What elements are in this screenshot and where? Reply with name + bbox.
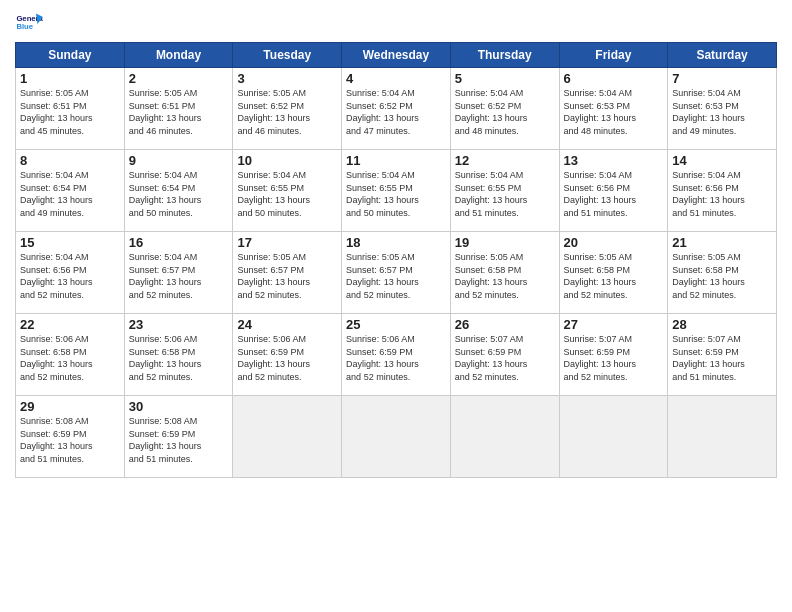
cell-info-text: Sunrise: 5:08 AMSunset: 6:59 PMDaylight:… — [20, 415, 120, 465]
day-number: 20 — [564, 235, 664, 250]
cell-info-text: Sunrise: 5:04 AMSunset: 6:56 PMDaylight:… — [672, 169, 772, 219]
calendar-cell-day-18: 18Sunrise: 5:05 AMSunset: 6:57 PMDayligh… — [342, 232, 451, 314]
cell-info-text: Sunrise: 5:04 AMSunset: 6:55 PMDaylight:… — [346, 169, 446, 219]
cell-info-text: Sunrise: 5:05 AMSunset: 6:58 PMDaylight:… — [672, 251, 772, 301]
calendar-cell-day-12: 12Sunrise: 5:04 AMSunset: 6:55 PMDayligh… — [450, 150, 559, 232]
cell-info-text: Sunrise: 5:04 AMSunset: 6:55 PMDaylight:… — [237, 169, 337, 219]
header-friday: Friday — [559, 43, 668, 68]
day-number: 25 — [346, 317, 446, 332]
calendar-cell-day-15: 15Sunrise: 5:04 AMSunset: 6:56 PMDayligh… — [16, 232, 125, 314]
calendar-cell-day-14: 14Sunrise: 5:04 AMSunset: 6:56 PMDayligh… — [668, 150, 777, 232]
calendar-cell-day-5: 5Sunrise: 5:04 AMSunset: 6:52 PMDaylight… — [450, 68, 559, 150]
calendar-header-row: SundayMondayTuesdayWednesdayThursdayFrid… — [16, 43, 777, 68]
day-number: 6 — [564, 71, 664, 86]
calendar-cell-day-28: 28Sunrise: 5:07 AMSunset: 6:59 PMDayligh… — [668, 314, 777, 396]
day-number: 13 — [564, 153, 664, 168]
calendar-cell-day-11: 11Sunrise: 5:04 AMSunset: 6:55 PMDayligh… — [342, 150, 451, 232]
logo: General Blue — [15, 10, 47, 38]
calendar-week-row: 8Sunrise: 5:04 AMSunset: 6:54 PMDaylight… — [16, 150, 777, 232]
calendar-cell-day-7: 7Sunrise: 5:04 AMSunset: 6:53 PMDaylight… — [668, 68, 777, 150]
cell-info-text: Sunrise: 5:04 AMSunset: 6:54 PMDaylight:… — [129, 169, 229, 219]
calendar-cell-empty — [342, 396, 451, 478]
day-number: 14 — [672, 153, 772, 168]
cell-info-text: Sunrise: 5:05 AMSunset: 6:51 PMDaylight:… — [20, 87, 120, 137]
calendar-cell-day-26: 26Sunrise: 5:07 AMSunset: 6:59 PMDayligh… — [450, 314, 559, 396]
calendar-cell-day-17: 17Sunrise: 5:05 AMSunset: 6:57 PMDayligh… — [233, 232, 342, 314]
cell-info-text: Sunrise: 5:07 AMSunset: 6:59 PMDaylight:… — [564, 333, 664, 383]
cell-info-text: Sunrise: 5:04 AMSunset: 6:56 PMDaylight:… — [564, 169, 664, 219]
day-number: 27 — [564, 317, 664, 332]
cell-info-text: Sunrise: 5:04 AMSunset: 6:52 PMDaylight:… — [346, 87, 446, 137]
header-monday: Monday — [124, 43, 233, 68]
day-number: 18 — [346, 235, 446, 250]
calendar-cell-day-6: 6Sunrise: 5:04 AMSunset: 6:53 PMDaylight… — [559, 68, 668, 150]
header-sunday: Sunday — [16, 43, 125, 68]
cell-info-text: Sunrise: 5:06 AMSunset: 6:59 PMDaylight:… — [346, 333, 446, 383]
cell-info-text: Sunrise: 5:06 AMSunset: 6:59 PMDaylight:… — [237, 333, 337, 383]
calendar-cell-day-27: 27Sunrise: 5:07 AMSunset: 6:59 PMDayligh… — [559, 314, 668, 396]
day-number: 26 — [455, 317, 555, 332]
day-number: 19 — [455, 235, 555, 250]
day-number: 21 — [672, 235, 772, 250]
day-number: 15 — [20, 235, 120, 250]
calendar-cell-day-23: 23Sunrise: 5:06 AMSunset: 6:58 PMDayligh… — [124, 314, 233, 396]
cell-info-text: Sunrise: 5:07 AMSunset: 6:59 PMDaylight:… — [672, 333, 772, 383]
calendar-cell-day-1: 1Sunrise: 5:05 AMSunset: 6:51 PMDaylight… — [16, 68, 125, 150]
cell-info-text: Sunrise: 5:04 AMSunset: 6:54 PMDaylight:… — [20, 169, 120, 219]
calendar-cell-day-30: 30Sunrise: 5:08 AMSunset: 6:59 PMDayligh… — [124, 396, 233, 478]
calendar-week-row: 22Sunrise: 5:06 AMSunset: 6:58 PMDayligh… — [16, 314, 777, 396]
calendar-week-row: 1Sunrise: 5:05 AMSunset: 6:51 PMDaylight… — [16, 68, 777, 150]
calendar-week-row: 29Sunrise: 5:08 AMSunset: 6:59 PMDayligh… — [16, 396, 777, 478]
calendar-cell-day-10: 10Sunrise: 5:04 AMSunset: 6:55 PMDayligh… — [233, 150, 342, 232]
cell-info-text: Sunrise: 5:05 AMSunset: 6:57 PMDaylight:… — [346, 251, 446, 301]
cell-info-text: Sunrise: 5:05 AMSunset: 6:51 PMDaylight:… — [129, 87, 229, 137]
calendar-cell-day-9: 9Sunrise: 5:04 AMSunset: 6:54 PMDaylight… — [124, 150, 233, 232]
calendar-cell-empty — [559, 396, 668, 478]
day-number: 4 — [346, 71, 446, 86]
header: General Blue — [15, 10, 777, 38]
cell-info-text: Sunrise: 5:05 AMSunset: 6:58 PMDaylight:… — [455, 251, 555, 301]
calendar-cell-empty — [233, 396, 342, 478]
day-number: 24 — [237, 317, 337, 332]
cell-info-text: Sunrise: 5:04 AMSunset: 6:52 PMDaylight:… — [455, 87, 555, 137]
day-number: 30 — [129, 399, 229, 414]
calendar-cell-day-22: 22Sunrise: 5:06 AMSunset: 6:58 PMDayligh… — [16, 314, 125, 396]
calendar-table: SundayMondayTuesdayWednesdayThursdayFrid… — [15, 42, 777, 478]
day-number: 12 — [455, 153, 555, 168]
calendar-cell-day-4: 4Sunrise: 5:04 AMSunset: 6:52 PMDaylight… — [342, 68, 451, 150]
calendar-cell-day-29: 29Sunrise: 5:08 AMSunset: 6:59 PMDayligh… — [16, 396, 125, 478]
day-number: 3 — [237, 71, 337, 86]
calendar-cell-day-19: 19Sunrise: 5:05 AMSunset: 6:58 PMDayligh… — [450, 232, 559, 314]
cell-info-text: Sunrise: 5:04 AMSunset: 6:56 PMDaylight:… — [20, 251, 120, 301]
day-number: 10 — [237, 153, 337, 168]
calendar-cell-day-3: 3Sunrise: 5:05 AMSunset: 6:52 PMDaylight… — [233, 68, 342, 150]
day-number: 16 — [129, 235, 229, 250]
cell-info-text: Sunrise: 5:04 AMSunset: 6:57 PMDaylight:… — [129, 251, 229, 301]
day-number: 23 — [129, 317, 229, 332]
calendar-cell-day-13: 13Sunrise: 5:04 AMSunset: 6:56 PMDayligh… — [559, 150, 668, 232]
svg-text:Blue: Blue — [16, 22, 33, 31]
page: General Blue SundayMondayTuesdayWednesda… — [0, 0, 792, 612]
day-number: 11 — [346, 153, 446, 168]
calendar-cell-day-2: 2Sunrise: 5:05 AMSunset: 6:51 PMDaylight… — [124, 68, 233, 150]
day-number: 22 — [20, 317, 120, 332]
logo-icon: General Blue — [15, 10, 43, 38]
day-number: 7 — [672, 71, 772, 86]
cell-info-text: Sunrise: 5:05 AMSunset: 6:52 PMDaylight:… — [237, 87, 337, 137]
cell-info-text: Sunrise: 5:05 AMSunset: 6:58 PMDaylight:… — [564, 251, 664, 301]
cell-info-text: Sunrise: 5:08 AMSunset: 6:59 PMDaylight:… — [129, 415, 229, 465]
day-number: 17 — [237, 235, 337, 250]
header-thursday: Thursday — [450, 43, 559, 68]
calendar-cell-empty — [450, 396, 559, 478]
day-number: 1 — [20, 71, 120, 86]
day-number: 2 — [129, 71, 229, 86]
day-number: 29 — [20, 399, 120, 414]
cell-info-text: Sunrise: 5:06 AMSunset: 6:58 PMDaylight:… — [20, 333, 120, 383]
calendar-cell-day-16: 16Sunrise: 5:04 AMSunset: 6:57 PMDayligh… — [124, 232, 233, 314]
cell-info-text: Sunrise: 5:04 AMSunset: 6:55 PMDaylight:… — [455, 169, 555, 219]
cell-info-text: Sunrise: 5:06 AMSunset: 6:58 PMDaylight:… — [129, 333, 229, 383]
calendar-cell-empty — [668, 396, 777, 478]
header-tuesday: Tuesday — [233, 43, 342, 68]
calendar-cell-day-24: 24Sunrise: 5:06 AMSunset: 6:59 PMDayligh… — [233, 314, 342, 396]
day-number: 5 — [455, 71, 555, 86]
